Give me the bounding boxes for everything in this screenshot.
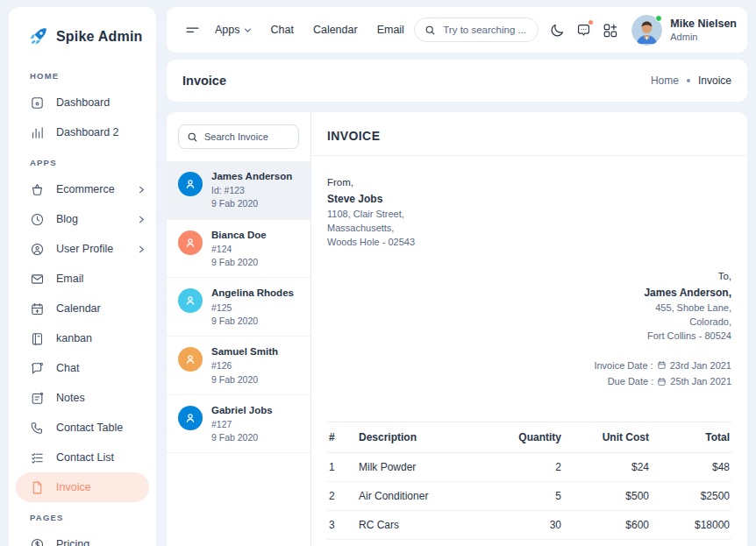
invoice-list-panel: James Anderson Id: #123 9 Fab 2020 Bianc… (167, 112, 311, 546)
column-header-hash: # (327, 422, 357, 453)
to-address-line: Fort Collins - 80524 (327, 330, 731, 344)
breadcrumb-home-link[interactable]: Home (651, 74, 679, 87)
user-circle-icon (30, 242, 45, 257)
invoice-search-input[interactable] (204, 131, 290, 142)
apps-grid-button[interactable] (596, 17, 623, 43)
breadcrumb-bar: Invoice Home Invoice (167, 60, 747, 102)
sidebar-item-pricing[interactable]: Pricing (9, 529, 156, 546)
column-header-unit-cost: Unit Cost (563, 422, 651, 453)
topnav-email-link[interactable]: Email (367, 24, 414, 36)
column-header-total: Total (651, 422, 731, 453)
calendar-icon (657, 377, 667, 386)
breadcrumb-current: Invoice (698, 74, 731, 87)
sidebar-item-blog[interactable]: Blog (9, 204, 156, 234)
sidebar-item-label: Contact Table (56, 422, 123, 434)
invoice-date: 9 Fab 2020 (211, 431, 273, 444)
mail-icon (30, 272, 45, 287)
sidebar-item-notes[interactable]: Notes (9, 383, 156, 413)
basket-icon (30, 182, 45, 197)
cell-index: 1 (327, 453, 357, 482)
invoice-list-item[interactable]: Samuel Smith #126 9 Fab 2020 (167, 337, 310, 395)
invoice-list-item[interactable]: Gabriel Jobs #127 9 Fab 2020 (167, 395, 310, 454)
from-name: Steve Jobs (327, 191, 731, 208)
cell-unit-cost: $5 (563, 540, 651, 546)
messages-button[interactable] (570, 17, 596, 43)
divider (311, 155, 747, 156)
sidebar-item-label: Dashboard 2 (56, 126, 119, 138)
invoice-from-block: From, Steve Jobs 1108, Clair Street, Mas… (327, 175, 731, 250)
sidebar-item-email[interactable]: Email (9, 264, 156, 294)
sidebar-item-contact-list[interactable]: Contact List (9, 443, 156, 472)
breadcrumb-separator-dot (687, 79, 690, 82)
cell-description: RC Cars (357, 511, 475, 540)
sidebar-item-dashboard-2[interactable]: Dashboard 2 (9, 117, 156, 147)
sidebar-item-contact-table[interactable]: Contact Table (9, 413, 156, 443)
topnav-chat-link[interactable]: Chat (261, 24, 303, 36)
sidebar-item-calendar[interactable]: Calendar (9, 294, 156, 323)
person-avatar-icon (178, 347, 203, 372)
invoice-date-label: Invoice Date : (594, 358, 653, 374)
invoice-customer-name: James Anderson (211, 169, 292, 184)
sidebar-section-apps: APPS (9, 147, 156, 174)
cell-total: $310 (651, 540, 731, 546)
brand-logo[interactable]: Spike Admin (9, 21, 156, 60)
cell-description: Down Coat (357, 540, 475, 546)
global-search[interactable] (414, 18, 538, 42)
cell-quantity: 62 (475, 540, 563, 546)
from-label: From, (327, 175, 731, 191)
global-search-input[interactable] (443, 25, 528, 35)
person-avatar-icon (178, 288, 203, 313)
table-row: 3 RC Cars 30 $600 $18000 (327, 511, 731, 540)
invoice-search[interactable] (178, 124, 299, 149)
rocket-logo-icon (28, 26, 48, 46)
topnav-apps-link[interactable]: Apps (205, 24, 261, 36)
invoice-customer-name: Bianca Doe (211, 228, 267, 243)
dollar-icon (30, 537, 45, 546)
sidebar-item-kanban[interactable]: kanban (9, 323, 156, 353)
from-address-line: Massachusetts, (327, 222, 731, 236)
chevron-down-icon (244, 26, 252, 34)
user-profile-menu[interactable]: Mike Nielsen Admin (631, 15, 737, 46)
calendar-plus-icon (30, 301, 45, 316)
person-avatar-icon (178, 172, 203, 196)
sidebar-section-home: HOME (9, 60, 156, 88)
invoice-list-item[interactable]: Bianca Doe #124 9 Fab 2020 (167, 220, 310, 279)
due-date-value: 25th Jan 2021 (670, 373, 731, 390)
column-header-quantity: Quantity (475, 422, 563, 453)
sidebar-section-pages: PAGES (9, 502, 156, 529)
invoice-date: 9 Fab 2020 (211, 256, 267, 269)
invoice-list-item[interactable]: Angelina Rhodes #125 9 Fab 2020 (167, 278, 310, 337)
cell-index: 3 (327, 511, 357, 540)
invoice-list-item[interactable]: James Anderson Id: #123 9 Fab 2020 (167, 161, 310, 220)
sidebar-item-label: User Profile (56, 243, 113, 255)
dark-mode-button[interactable] (544, 17, 570, 43)
notes-icon (30, 391, 45, 406)
sidebar-item-dashboard[interactable]: Dashboard (9, 88, 156, 117)
sidebar-item-user-profile[interactable]: User Profile (9, 234, 156, 264)
invoice-detail-title: INVOICE (327, 124, 731, 155)
invoice-id: #124 (211, 243, 267, 256)
to-address-line: 455, Shobe Lane, (327, 301, 731, 316)
invoice-customer-name: Samuel Smith (211, 344, 278, 359)
menu-toggle-button[interactable] (179, 17, 205, 43)
sidebar-item-ecommerce[interactable]: Ecommerce (9, 174, 156, 204)
notebook-icon (30, 331, 45, 346)
sidebar-item-label: Email (56, 273, 83, 285)
user-role: Admin (670, 31, 737, 43)
cell-total: $18000 (651, 511, 731, 540)
table-row: 4 Down Coat 62 $5 $310 (327, 540, 731, 546)
invoice-customer-name: Gabriel Jobs (211, 403, 273, 418)
sidebar-item-label: Blog (56, 213, 78, 225)
chevron-right-icon (138, 245, 146, 253)
sidebar-item-label: kanban (56, 332, 92, 344)
invoice-id: #125 (211, 301, 294, 315)
invoice-customer-name: Angelina Rhodes (211, 286, 294, 301)
clock-icon (30, 212, 45, 227)
user-avatar (631, 15, 662, 46)
topnav-calendar-link[interactable]: Calendar (303, 24, 367, 36)
due-date-line: Due Date : 25th Jan 2021 (327, 373, 731, 390)
sidebar-item-invoice[interactable]: Invoice (16, 472, 149, 502)
breadcrumb: Home Invoice (651, 74, 731, 87)
sidebar-item-chat[interactable]: Chat (9, 353, 156, 383)
invoice-id: #127 (211, 418, 273, 431)
